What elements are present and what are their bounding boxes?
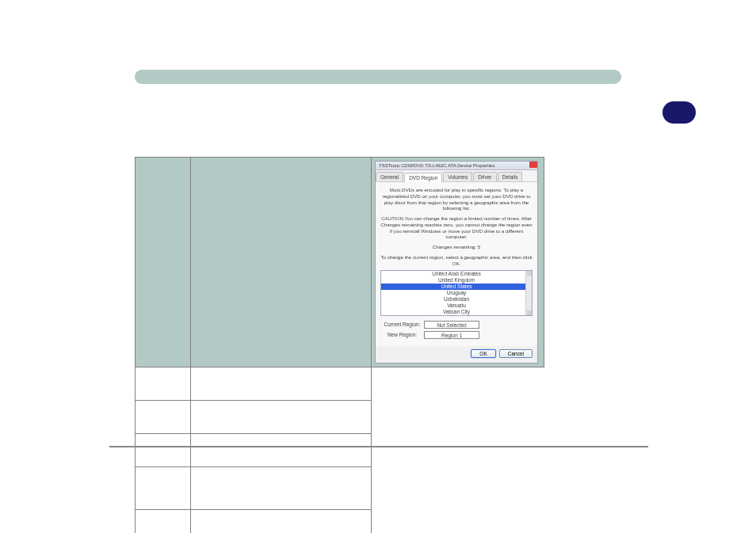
new-region-value: Region 1 xyxy=(424,331,479,339)
tab-dvd-region[interactable]: DVD Region xyxy=(404,173,442,182)
tab-details[interactable]: Details xyxy=(498,172,523,181)
instruction-paragraph: To change the current region, select a g… xyxy=(380,254,533,267)
cancel-button[interactable]: Cancel xyxy=(499,349,533,358)
table-row xyxy=(136,434,544,467)
list-item-selected[interactable]: United States xyxy=(381,284,532,290)
list-item[interactable]: United Arab Emirates xyxy=(381,271,532,277)
region-header xyxy=(136,158,191,367)
new-region-row: New Region: Region 1 xyxy=(380,331,533,339)
tab-body: Most DVDs are encoded for play in specif… xyxy=(376,182,537,346)
info-paragraph-1: Most DVDs are encoded for play in specif… xyxy=(380,187,533,211)
region-table: TSSTcorp CDW/DVD TS-L462C ATA Device Pro… xyxy=(135,157,544,533)
scrollbar[interactable] xyxy=(525,271,532,315)
window-buttons xyxy=(529,162,537,169)
region-listbox[interactable]: United Arab Emirates United Kingdom Unit… xyxy=(380,270,533,316)
tab-volumes[interactable]: Volumes xyxy=(443,172,472,181)
table-row xyxy=(136,401,544,434)
list-item[interactable]: Uruguay xyxy=(381,290,532,296)
changes-remaining: Changes remaining: 5 xyxy=(380,244,533,250)
dialog-title-text: TSSTcorp CDW/DVD TS-L462C ATA Device Pro… xyxy=(379,162,494,169)
current-region-row: Current Region: Not Selected xyxy=(380,321,533,329)
tab-strip: General DVD Region Volumes Driver Detail… xyxy=(376,170,537,182)
current-region-value: Not Selected xyxy=(424,321,479,329)
list-item[interactable]: Uzbekistan xyxy=(381,296,532,303)
new-region-label: New Region: xyxy=(380,332,424,338)
table-row xyxy=(136,510,544,533)
tab-driver[interactable]: Driver xyxy=(473,172,496,181)
header-pill xyxy=(135,70,621,84)
table-row xyxy=(136,367,544,401)
dvd-region-dialog: TSSTcorp CDW/DVD TS-L462C ATA Device Pro… xyxy=(375,161,538,364)
close-icon[interactable] xyxy=(529,162,537,168)
list-item[interactable]: Vanuatu xyxy=(381,303,532,309)
dialog-button-row: OK Cancel xyxy=(376,346,537,363)
dialog-container-cell: TSSTcorp CDW/DVD TS-L462C ATA Device Pro… xyxy=(372,158,544,367)
list-item[interactable]: Vatican City xyxy=(381,309,532,315)
table-row xyxy=(136,467,544,510)
list-item[interactable]: United Kingdom xyxy=(381,277,532,284)
footer-divider xyxy=(109,446,648,447)
side-tab-pill xyxy=(662,101,696,124)
tab-general[interactable]: General xyxy=(376,172,403,181)
caution-paragraph: CAUTION You can change the region a limi… xyxy=(380,215,533,240)
current-region-label: Current Region: xyxy=(380,322,424,328)
dialog-titlebar[interactable]: TSSTcorp CDW/DVD TS-L462C ATA Device Pro… xyxy=(376,162,537,170)
geo-header xyxy=(191,158,372,367)
ok-button[interactable]: OK xyxy=(471,349,495,358)
